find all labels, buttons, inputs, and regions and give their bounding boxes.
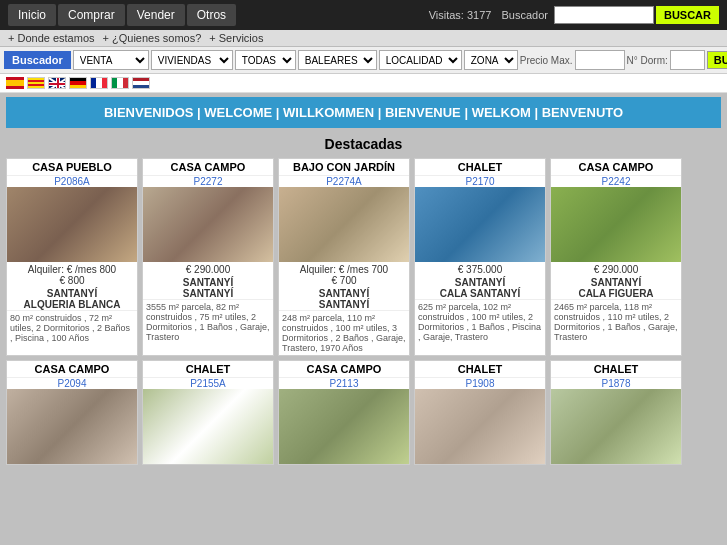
flags-row — [0, 74, 727, 93]
property-code[interactable]: P1908 — [415, 378, 545, 389]
property-title: CASA CAMPO — [143, 159, 273, 176]
property-image — [551, 187, 681, 262]
nav-comprar[interactable]: Comprar — [58, 4, 125, 26]
flag-spain[interactable] — [6, 77, 24, 89]
property-card[interactable]: CASA PUEBLO P2086A Alquiler: € /mes 800€… — [6, 158, 138, 356]
filter-bar: Buscador VENTA ALQUILER VIVIENDAS TERREN… — [0, 47, 727, 74]
buscador-tab-button[interactable]: Buscador — [4, 51, 71, 69]
subnav-donde[interactable]: + Donde estamos — [8, 32, 95, 44]
flag-netherlands[interactable] — [132, 77, 150, 89]
precio-max-label: Precio Max. — [520, 55, 573, 66]
top-nav: Inicio Comprar Vender Otros Visitas: 317… — [0, 0, 727, 30]
categoria-select[interactable]: VIVIENDAS TERRENOS — [151, 50, 233, 70]
property-image — [143, 187, 273, 262]
property-image — [7, 187, 137, 262]
property-card[interactable]: CHALET P2155A — [142, 360, 274, 465]
property-image — [279, 389, 409, 464]
property-code[interactable]: P2274A — [279, 176, 409, 187]
property-price: € 290.000 — [551, 262, 681, 277]
property-location: SANTANYÍSANTANYÍ — [143, 277, 273, 299]
precio-max-input[interactable] — [575, 50, 625, 70]
property-location: SANTANYÍALQUERIA BLANCA — [7, 288, 137, 310]
property-title: CHALET — [551, 361, 681, 378]
localidad-select[interactable]: LOCALIDAD — [379, 50, 462, 70]
sub-nav: + Donde estamos + ¿Quienes somos? + Serv… — [0, 30, 727, 47]
property-image — [551, 389, 681, 464]
property-code[interactable]: P1878 — [551, 378, 681, 389]
flag-germany[interactable] — [69, 77, 87, 89]
welcome-banner: BIENVENIDOS | WELCOME | WILLKOMMEN | BIE… — [6, 97, 721, 128]
top-search-input[interactable] — [554, 6, 654, 24]
property-code[interactable]: P2155A — [143, 378, 273, 389]
property-location: SANTANYÍCALA FIGUERA — [551, 277, 681, 299]
property-title: CASA CAMPO — [279, 361, 409, 378]
property-title: CASA CAMPO — [7, 361, 137, 378]
flag-france[interactable] — [90, 77, 108, 89]
property-desc: 2465 m² parcela, 118 m² construidos , 11… — [551, 299, 681, 344]
property-card[interactable]: CASA CAMPO P2094 — [6, 360, 138, 465]
property-code[interactable]: P2094 — [7, 378, 137, 389]
property-card[interactable]: CASA CAMPO P2113 — [278, 360, 410, 465]
zona-select[interactable]: ZONA — [464, 50, 518, 70]
property-grid: CASA PUEBLO P2086A Alquiler: € /mes 800€… — [0, 158, 727, 471]
subnav-quienes[interactable]: + ¿Quienes somos? — [103, 32, 202, 44]
property-title: CHALET — [415, 361, 545, 378]
property-price: Alquiler: € /mes 800€ 800 — [7, 262, 137, 288]
flag-catalan[interactable] — [27, 77, 45, 89]
flag-italy[interactable] — [111, 77, 129, 89]
property-card[interactable]: CASA CAMPO P2272 € 290.000 SANTANYÍSANTA… — [142, 158, 274, 356]
flag-uk[interactable] — [48, 77, 66, 89]
property-code[interactable]: P2272 — [143, 176, 273, 187]
property-price: Alquiler: € /mes 700€ 700 — [279, 262, 409, 288]
ndorm-input[interactable] — [670, 50, 705, 70]
property-price: € 290.000 — [143, 262, 273, 277]
property-card[interactable]: BAJO CON JARDÍN P2274A Alquiler: € /mes … — [278, 158, 410, 356]
property-desc: 625 m² parcela, 102 m² construidos , 100… — [415, 299, 545, 344]
property-price: € 375.000 — [415, 262, 545, 277]
property-card[interactable]: CHALET P2170 € 375.000 SANTANYÍCALA SANT… — [414, 158, 546, 356]
property-card[interactable]: CHALET P1908 — [414, 360, 546, 465]
todas-select[interactable]: TODAS — [235, 50, 296, 70]
property-image — [279, 187, 409, 262]
property-code[interactable]: P2242 — [551, 176, 681, 187]
property-image — [415, 187, 545, 262]
property-location: SANTANYÍCALA SANTANYÍ — [415, 277, 545, 299]
zona-geo-select[interactable]: BALEARES — [298, 50, 377, 70]
property-title: BAJO CON JARDÍN — [279, 159, 409, 176]
tipo-select[interactable]: VENTA ALQUILER — [73, 50, 149, 70]
property-desc: 248 m² parcela, 110 m² construidos , 100… — [279, 310, 409, 355]
buscador-label: Buscador — [501, 9, 547, 21]
ndorm-label: N° Dorm: — [627, 55, 668, 66]
property-code[interactable]: P2086A — [7, 176, 137, 187]
property-card[interactable]: CASA CAMPO P2242 € 290.000 SANTANYÍCALA … — [550, 158, 682, 356]
property-image — [7, 389, 137, 464]
filter-buscar-button[interactable]: BUSCAR — [707, 51, 727, 69]
property-card[interactable]: CHALET P1878 — [550, 360, 682, 465]
property-title: CHALET — [143, 361, 273, 378]
property-location: SANTANYÍSANTANYÍ — [279, 288, 409, 310]
property-title: CHALET — [415, 159, 545, 176]
property-code[interactable]: P2170 — [415, 176, 545, 187]
property-desc: 80 m² construidos , 72 m² utiles, 2 Dorm… — [7, 310, 137, 345]
property-desc: 3555 m² parcela, 82 m² construidos , 75 … — [143, 299, 273, 344]
subnav-servicios[interactable]: + Servicios — [209, 32, 263, 44]
property-image — [143, 389, 273, 464]
property-title: CASA CAMPO — [551, 159, 681, 176]
nav-inicio[interactable]: Inicio — [8, 4, 56, 26]
property-title: CASA PUEBLO — [7, 159, 137, 176]
nav-otros[interactable]: Otros — [187, 4, 236, 26]
property-image — [415, 389, 545, 464]
top-buscar-button[interactable]: BUSCAR — [656, 6, 719, 24]
property-code[interactable]: P2113 — [279, 378, 409, 389]
visits-counter: Visitas: 3177 — [429, 9, 492, 21]
destacadas-title: Destacadas — [0, 132, 727, 158]
nav-vender[interactable]: Vender — [127, 4, 185, 26]
